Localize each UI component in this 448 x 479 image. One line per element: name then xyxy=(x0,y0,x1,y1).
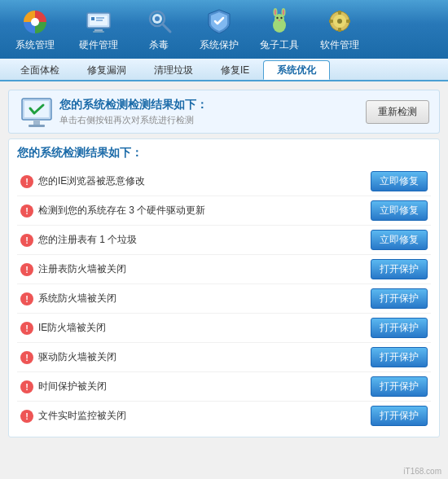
result-text: 时间保护被关闭 xyxy=(38,380,107,393)
result-text: 您的IE浏览器被恶意修改 xyxy=(38,174,145,188)
nav-rabbit-label: 兔子工具 xyxy=(260,38,299,52)
nav-software[interactable]: 软件管理 xyxy=(311,5,368,54)
result-row: !您的IE浏览器被恶意修改立即修复 xyxy=(17,167,431,196)
result-row: !您的注册表有 1 个垃圾立即修复 xyxy=(17,226,431,255)
warn-icon: ! xyxy=(20,234,33,247)
result-row: !系统防火墙被关闭打开保护 xyxy=(17,284,431,314)
protect-icon xyxy=(204,7,234,35)
fix-button[interactable]: 立即修复 xyxy=(371,230,428,250)
svg-rect-26 xyxy=(329,20,333,23)
result-text: 文件实时监控被关闭 xyxy=(38,409,126,423)
warn-icon: ! xyxy=(20,351,33,364)
fix-button[interactable]: 立即修复 xyxy=(371,171,428,191)
tab-optimize[interactable]: 系统优化 xyxy=(263,60,330,80)
tab-bar: 全面体检 修复漏洞 清理垃圾 修复IE 系统优化 xyxy=(0,59,448,81)
software-icon xyxy=(325,7,354,35)
svg-rect-30 xyxy=(24,101,49,117)
result-text: 注册表防火墙被关闭 xyxy=(38,262,126,276)
summary-title: 您的系统检测检测结果如下： xyxy=(59,98,208,112)
nav-protect-label: 系统保护 xyxy=(200,38,239,52)
svg-rect-25 xyxy=(338,28,341,32)
top-navigation: 系统管理 硬件管理 杀毒 xyxy=(0,0,448,59)
warn-icon: ! xyxy=(20,263,33,276)
svg-point-28 xyxy=(337,19,342,24)
result-text: 驱动防火墙被关闭 xyxy=(38,350,116,364)
logo-area[interactable]: 系统管理 xyxy=(7,5,64,54)
protect-button[interactable]: 打开保护 xyxy=(371,376,428,397)
svg-point-12 xyxy=(155,16,160,21)
rabbit-icon xyxy=(265,7,294,35)
warn-icon: ! xyxy=(20,322,33,335)
result-left: !注册表防火墙被关闭 xyxy=(20,262,371,276)
svg-point-19 xyxy=(276,16,278,18)
fix-button[interactable]: 立即修复 xyxy=(371,200,428,221)
warn-icon: ! xyxy=(20,380,33,393)
result-left: !检测到您的系统存在 3 个硬件驱动更新 xyxy=(20,204,371,218)
result-left: !文件实时监控被关闭 xyxy=(20,409,371,423)
svg-rect-5 xyxy=(96,17,104,19)
result-left: !IE防火墙被关闭 xyxy=(20,321,371,335)
svg-rect-27 xyxy=(346,20,350,23)
summary-text: 您的系统检测检测结果如下： 单击右侧按钮再次对系统进行检测 xyxy=(59,98,208,126)
result-left: !您的IE浏览器被恶意修改 xyxy=(20,174,371,188)
nav-hardware[interactable]: 硬件管理 xyxy=(70,5,127,54)
svg-rect-32 xyxy=(29,125,45,127)
results-title: 您的系统检测结果如下： xyxy=(17,146,431,160)
svg-rect-4 xyxy=(91,17,94,20)
watermark: iT168.com xyxy=(403,467,441,476)
results-list: !您的IE浏览器被恶意修改立即修复!检测到您的系统存在 3 个硬件驱动更新立即修… xyxy=(17,167,431,430)
hardware-icon xyxy=(84,7,113,35)
svg-rect-24 xyxy=(338,11,341,15)
protect-button[interactable]: 打开保护 xyxy=(371,288,428,309)
result-row: !文件实时监控被关闭打开保护 xyxy=(17,402,431,430)
nav-hardware-label: 硬件管理 xyxy=(79,38,118,52)
svg-point-20 xyxy=(280,16,282,18)
recheck-button[interactable]: 重新检测 xyxy=(366,100,429,124)
warn-icon: ! xyxy=(20,292,33,305)
nav-software-label: 软件管理 xyxy=(320,38,359,52)
protect-button[interactable]: 打开保护 xyxy=(371,347,428,367)
tab-fullcheck[interactable]: 全面体检 xyxy=(7,60,73,80)
result-left: !您的注册表有 1 个垃圾 xyxy=(20,233,371,247)
result-text: 检测到您的系统存在 3 个硬件驱动更新 xyxy=(38,204,205,218)
svg-rect-8 xyxy=(93,31,104,33)
result-row: !驱动防火墙被关闭打开保护 xyxy=(17,343,431,372)
kill-icon xyxy=(144,7,173,35)
svg-point-1 xyxy=(31,18,39,26)
result-row: !注册表防火墙被关闭打开保护 xyxy=(17,255,431,284)
svg-rect-7 xyxy=(94,29,103,31)
svg-point-18 xyxy=(283,9,284,15)
result-left: !驱动防火墙被关闭 xyxy=(20,350,371,364)
result-left: !系统防火墙被关闭 xyxy=(20,292,371,305)
result-text: 您的注册表有 1 个垃圾 xyxy=(38,233,137,247)
protect-button[interactable]: 打开保护 xyxy=(371,318,428,338)
nav-protect[interactable]: 系统保护 xyxy=(191,5,248,54)
summary-banner: 您的系统检测检测结果如下： 单击右侧按钮再次对系统进行检测 重新检测 xyxy=(8,90,440,134)
nav-kill[interactable]: 杀毒 xyxy=(130,5,187,54)
warn-icon: ! xyxy=(20,204,33,218)
logo-label: 系统管理 xyxy=(15,38,55,52)
result-text: 系统防火墙被关闭 xyxy=(38,292,116,305)
warn-icon: ! xyxy=(20,410,33,423)
svg-point-21 xyxy=(279,20,281,21)
nav-rabbit[interactable]: 兔子工具 xyxy=(251,5,308,54)
tab-fixjunk[interactable]: 修复漏洞 xyxy=(73,60,140,80)
nav-kill-label: 杀毒 xyxy=(149,38,169,52)
svg-rect-31 xyxy=(33,120,40,125)
svg-rect-6 xyxy=(96,20,103,21)
results-area: 您的系统检测结果如下： !您的IE浏览器被恶意修改立即修复!检测到您的系统存在 … xyxy=(8,138,440,437)
result-row: !时间保护被关闭打开保护 xyxy=(17,372,431,402)
summary-subtitle: 单击右侧按钮再次对系统进行检测 xyxy=(59,114,208,126)
protect-button[interactable]: 打开保护 xyxy=(371,406,428,426)
tab-fixie[interactable]: 修复IE xyxy=(207,60,263,80)
svg-point-17 xyxy=(275,9,276,15)
tab-cleanjunk[interactable]: 清理垃圾 xyxy=(140,60,207,80)
summary-left: 您的系统检测检测结果如下： 单击右侧按钮再次对系统进行检测 xyxy=(19,97,208,126)
logo-icon xyxy=(20,7,50,37)
svg-line-11 xyxy=(163,24,170,32)
result-text: IE防火墙被关闭 xyxy=(38,321,106,335)
result-left: !时间保护被关闭 xyxy=(20,380,371,393)
warn-icon: ! xyxy=(20,175,33,188)
pc-icon xyxy=(19,97,51,126)
protect-button[interactable]: 打开保护 xyxy=(371,259,428,279)
